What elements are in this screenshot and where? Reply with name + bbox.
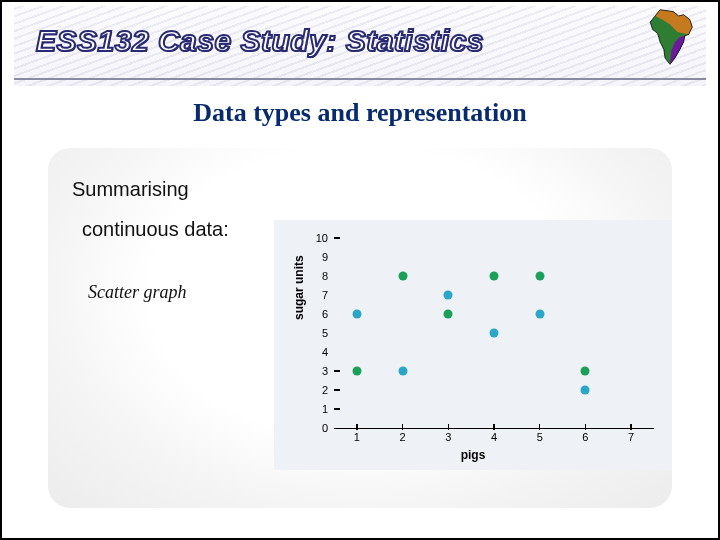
data-point	[535, 310, 544, 319]
x-tick-label: 4	[491, 432, 497, 443]
x-tick-mark	[585, 424, 587, 430]
plot-area	[334, 238, 654, 428]
data-point	[352, 367, 361, 376]
data-point	[581, 386, 590, 395]
content-card: Summarising continuous data: Scatter gra…	[48, 148, 672, 508]
data-point	[581, 367, 590, 376]
x-tick-mark	[539, 424, 541, 430]
data-point	[352, 310, 361, 319]
x-tick-mark	[493, 424, 495, 430]
africa-icon	[636, 6, 704, 68]
banner-title: ESS132 Case Study: Statistics	[36, 24, 484, 58]
data-point	[444, 291, 453, 300]
x-tick-label: 7	[628, 432, 634, 443]
y-tick-mark	[334, 408, 340, 410]
data-point	[444, 310, 453, 319]
y-tick-label: 6	[304, 309, 328, 320]
x-tick-mark	[402, 424, 404, 430]
x-tick-label: 2	[400, 432, 406, 443]
data-point	[490, 272, 499, 281]
page-subtitle: Data types and representation	[0, 98, 720, 128]
heading-scatter: Scatter graph	[88, 282, 187, 303]
data-point	[398, 272, 407, 281]
data-point	[535, 272, 544, 281]
y-tick-mark	[334, 370, 340, 372]
y-tick-label: 5	[304, 328, 328, 339]
banner: ESS132 Case Study: Statistics	[14, 6, 706, 86]
y-tick-mark	[334, 389, 340, 391]
y-tick-label: 2	[304, 385, 328, 396]
y-tick-label: 1	[304, 404, 328, 415]
y-tick-label: 8	[304, 271, 328, 282]
y-tick-label: 3	[304, 366, 328, 377]
x-tick-mark	[630, 424, 632, 430]
x-tick-label: 1	[354, 432, 360, 443]
y-tick-label: 0	[304, 423, 328, 434]
x-axis-label: pigs	[274, 448, 672, 462]
y-tick-label: 9	[304, 252, 328, 263]
x-tick-mark	[356, 424, 358, 430]
heading-summarising: Summarising	[72, 178, 189, 201]
y-tick-label: 7	[304, 290, 328, 301]
x-tick-mark	[448, 424, 450, 430]
x-tick-label: 5	[537, 432, 543, 443]
scatter-chart: sugar units pigs 0123456789101234567	[274, 220, 672, 470]
x-tick-label: 3	[445, 432, 451, 443]
banner-underline	[14, 78, 706, 80]
heading-continuous: continuous data:	[82, 218, 229, 241]
y-tick-label: 4	[304, 347, 328, 358]
x-tick-label: 6	[582, 432, 588, 443]
data-point	[398, 367, 407, 376]
y-tick-mark	[334, 237, 340, 239]
data-point	[490, 329, 499, 338]
y-tick-label: 10	[304, 233, 328, 244]
